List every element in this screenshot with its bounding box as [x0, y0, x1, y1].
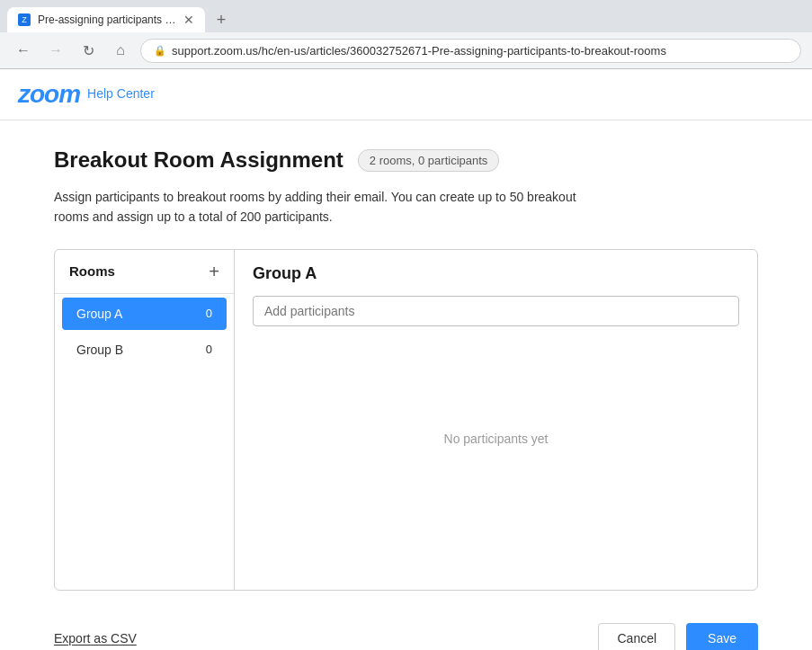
rooms-header: Rooms + [55, 250, 234, 294]
footer-buttons: Cancel Save [598, 623, 758, 650]
refresh-button[interactable]: ↻ [76, 38, 101, 63]
rooms-label: Rooms [69, 263, 115, 279]
no-participants-text: No participants yet [253, 326, 739, 551]
forward-button[interactable]: → [43, 38, 68, 63]
tab-close-icon[interactable]: ✕ [183, 13, 194, 27]
page-content: zoom Help Center Breakout Room Assignmen… [0, 69, 812, 650]
lock-icon: 🔒 [154, 45, 166, 57]
help-center-link[interactable]: Help Center [87, 86, 155, 102]
tab-favicon: Z [18, 13, 31, 26]
main-content: Breakout Room Assignment 2 rooms, 0 part… [0, 120, 812, 609]
new-tab-button[interactable]: + [209, 7, 234, 32]
page-title: Breakout Room Assignment [54, 147, 344, 173]
tab-title: Pre-assigning participants to bre... [38, 13, 176, 26]
save-button[interactable]: Save [686, 623, 758, 650]
rooms-badge: 2 rooms, 0 participants [358, 149, 500, 172]
cancel-button[interactable]: Cancel [598, 623, 675, 650]
add-room-button[interactable]: + [209, 263, 219, 280]
room-count-group-a: 0 [206, 307, 212, 320]
export-csv-link[interactable]: Export as CSV [54, 631, 137, 646]
assignment-panel: Rooms + Group A 0 Group B 0 Group A No p… [54, 249, 758, 591]
group-panel-title: Group A [253, 264, 739, 283]
room-item-group-a[interactable]: Group A 0 [62, 298, 227, 330]
home-button[interactable]: ⌂ [108, 38, 133, 63]
rooms-panel: Rooms + Group A 0 Group B 0 [55, 250, 235, 590]
active-tab[interactable]: Z Pre-assigning participants to bre... ✕ [7, 7, 205, 32]
page-title-row: Breakout Room Assignment 2 rooms, 0 part… [54, 147, 758, 173]
nav-bar: ← → ↻ ⌂ 🔒 support.zoom.us/hc/en-us/artic… [0, 32, 812, 68]
address-bar[interactable]: 🔒 support.zoom.us/hc/en-us/articles/3600… [140, 39, 801, 63]
zoom-logo: zoom [18, 80, 80, 109]
address-text: support.zoom.us/hc/en-us/articles/360032… [172, 44, 666, 58]
footer: Export as CSV Cancel Save [0, 609, 812, 650]
group-panel: Group A No participants yet [235, 250, 757, 590]
browser-chrome: Z Pre-assigning participants to bre... ✕… [0, 0, 812, 69]
zoom-header: zoom Help Center [0, 69, 812, 120]
tab-bar: Z Pre-assigning participants to bre... ✕… [0, 0, 812, 32]
room-name-group-b: Group B [76, 343, 123, 357]
room-count-group-b: 0 [206, 343, 212, 356]
room-name-group-a: Group A [76, 307, 122, 321]
add-participants-input[interactable] [253, 296, 739, 326]
back-button[interactable]: ← [11, 38, 36, 63]
room-item-group-b[interactable]: Group B 0 [62, 334, 227, 366]
page-description: Assign participants to breakout rooms by… [54, 187, 593, 227]
